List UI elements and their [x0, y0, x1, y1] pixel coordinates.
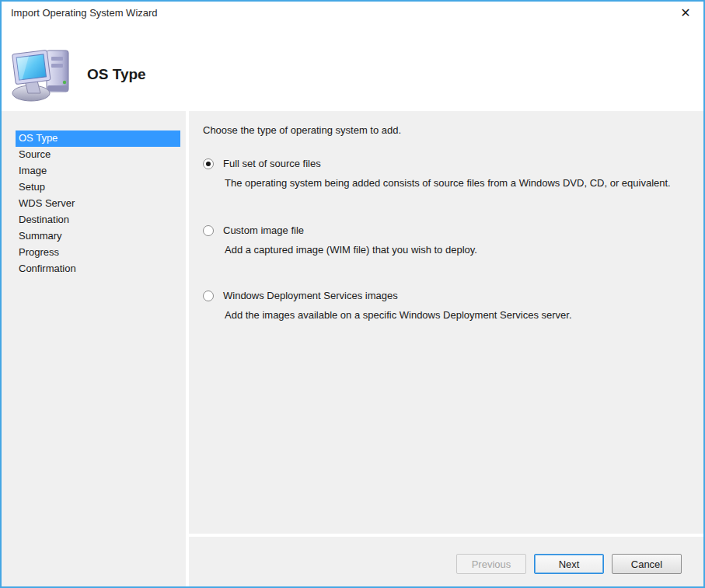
option-full-source: Full set of source files [203, 158, 685, 169]
wizard-footer: Previous Next Cancel [189, 537, 703, 586]
option-label[interactable]: Custom image file [223, 224, 304, 236]
wizard-body: OS Type Source Image Setup WDS Server De… [2, 111, 703, 586]
computer-icon [11, 47, 76, 106]
radio-custom-image-file[interactable] [203, 225, 214, 236]
option-description: Add a captured image (WIM file) that you… [225, 244, 685, 256]
content-panel: Choose the type of operating system to a… [189, 111, 703, 534]
sidebar-item-destination[interactable]: Destination [16, 212, 180, 228]
option-wds-images: Windows Deployment Services images [203, 290, 685, 301]
option-description: Add the images available on a specific W… [225, 309, 685, 321]
page-title: OS Type [87, 66, 146, 83]
option-label[interactable]: Windows Deployment Services images [223, 290, 398, 301]
option-custom-image: Custom image file [203, 224, 685, 236]
intro-text: Choose the type of operating system to a… [203, 124, 685, 136]
sidebar-item-progress[interactable]: Progress [16, 245, 180, 261]
wizard-window: Import Operating System Wizard ✕ [0, 0, 705, 588]
sidebar-item-setup[interactable]: Setup [16, 179, 180, 196]
option-description: The operating system being added consist… [225, 177, 685, 189]
close-icon[interactable]: ✕ [674, 3, 697, 23]
sidebar-item-image[interactable]: Image [16, 163, 180, 179]
sidebar-item-os-type[interactable]: OS Type [16, 130, 180, 147]
option-label[interactable]: Full set of source files [223, 158, 321, 169]
sidebar-item-summary[interactable]: Summary [16, 228, 180, 245]
wizard-header: OS Type [2, 25, 703, 111]
sidebar-item-source[interactable]: Source [16, 147, 180, 163]
wizard-steps-sidebar: OS Type Source Image Setup WDS Server De… [2, 111, 186, 586]
radio-full-source-files[interactable] [203, 158, 214, 169]
window-title: Import Operating System Wizard [11, 7, 158, 19]
titlebar: Import Operating System Wizard ✕ [2, 2, 703, 25]
sidebar-item-wds-server[interactable]: WDS Server [16, 196, 180, 212]
previous-button: Previous [456, 554, 526, 574]
next-button[interactable]: Next [534, 554, 604, 574]
cancel-button[interactable]: Cancel [612, 554, 682, 574]
radio-wds-images[interactable] [203, 291, 214, 301]
sidebar-item-confirmation[interactable]: Confirmation [16, 261, 180, 277]
